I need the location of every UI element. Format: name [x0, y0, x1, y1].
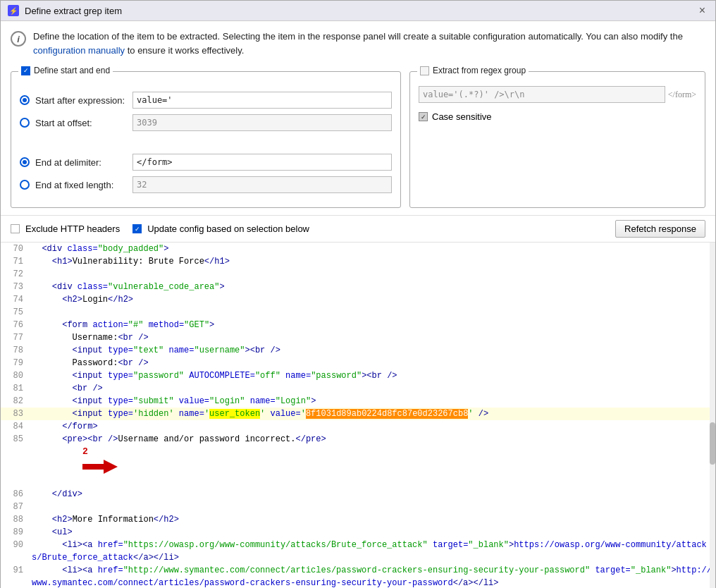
line-content-84: </form>: [29, 420, 715, 433]
code-line-75: 75: [1, 306, 715, 319]
line-content-81: <br />: [29, 382, 715, 395]
end-fixed-radio[interactable]: [20, 180, 30, 190]
code-line-83: 83 <input type='hidden' name='user_token…: [1, 408, 715, 420]
code-line-88: 88 <h2>More Information</h2>: [1, 513, 715, 526]
line-num-81: 81: [1, 382, 29, 395]
code-line-90: 90 <li><a href="https://owasp.org/www-co…: [1, 539, 715, 564]
line-content-82: <input type="submit" value="Login" name=…: [29, 395, 715, 408]
start-after-row: Start after expression:: [20, 92, 392, 109]
line-num-79: 79: [1, 357, 29, 369]
line-num-88: 88: [1, 513, 29, 526]
line-content-71: <h1>Vulnerability: Brute Force</h1>: [29, 255, 715, 268]
code-line-78: 78 <input type="text" name="username"><b…: [1, 344, 715, 357]
code-line-82: 82 <input type="submit" value="Login" na…: [1, 395, 715, 408]
code-line-81: 81 <br />: [1, 382, 715, 395]
dialog-title: Define extract grep item: [25, 6, 691, 16]
bottom-options: Exclude HTTP headers ✓ Update config bas…: [1, 215, 715, 243]
line-num-74: 74: [1, 293, 29, 306]
end-delimiter-input[interactable]: [132, 154, 392, 171]
code-line-79: 79 Password:<br />: [1, 357, 715, 369]
update-config-checkbox[interactable]: ✓: [132, 224, 142, 233]
scrollbar-track: [710, 243, 715, 588]
config-link[interactable]: configuration manually: [33, 45, 125, 56]
code-line-73: 73 <div class="vulnerable_code_area">: [1, 281, 715, 293]
regex-end-label: </form>: [668, 90, 696, 100]
code-line-70: 70 <div class="body_padded">: [1, 243, 715, 255]
line-num-87: 87: [1, 501, 29, 513]
end-delimiter-radio[interactable]: [20, 157, 30, 167]
code-panel[interactable]: 70 <div class="body_padded"> 71 <h1>Vuln…: [1, 243, 715, 588]
code-line-84: 84 </form>: [1, 420, 715, 433]
code-line-87: 87: [1, 501, 715, 513]
code-line-91: 91 <li><a href="http://www.symantec.com/…: [1, 564, 715, 588]
code-line-89: 89 <ul>: [1, 526, 715, 539]
line-content-86: </div>: [29, 488, 715, 501]
info-text: Define the location of the item to be ex…: [33, 30, 705, 57]
code-line-71: 71 <h1>Vulnerability: Brute Force</h1>: [1, 255, 715, 268]
left-fieldset: ✓ Define start and end Start after expre…: [11, 71, 401, 208]
line-num-71: 71: [1, 255, 29, 268]
exclude-http-label: Exclude HTTP headers: [25, 223, 120, 234]
line-num-73: 73: [1, 281, 29, 293]
code-line-85: 85 <pre><br />Username and/or password i…: [1, 433, 715, 488]
line-content-78: <input type="text" name="username"><br /…: [29, 344, 715, 357]
line-num-80: 80: [1, 369, 29, 382]
close-button[interactable]: ×: [696, 5, 708, 16]
line-content-70: <div class="body_padded">: [29, 243, 715, 255]
exclude-http-checkbox[interactable]: [11, 224, 20, 233]
define-start-end-checkbox[interactable]: ✓: [21, 66, 30, 75]
line-content-91: <li><a href="http://www.symantec.com/con…: [29, 564, 715, 588]
info-text-part2: to ensure it works effectively.: [125, 45, 244, 56]
code-line-74: 74 <h2>Login</h2>: [1, 293, 715, 306]
right-legend: Extract from regex group: [417, 66, 529, 75]
config-area: ✓ Define start and end Start after expre…: [1, 66, 715, 215]
left-legend-label: Define start and end: [34, 66, 110, 75]
line-num-90: 90: [1, 539, 29, 551]
case-sensitive-checkbox[interactable]: ✓: [419, 112, 428, 121]
line-num-77: 77: [1, 331, 29, 344]
line-num-91: 91: [1, 564, 29, 577]
end-fixed-row: End at fixed length:: [20, 176, 392, 193]
start-offset-radio[interactable]: [20, 118, 30, 128]
line-num-70: 70: [1, 243, 29, 255]
start-after-label: Start after expression:: [35, 95, 127, 106]
dialog-icon: ⚡: [8, 5, 19, 16]
code-line-77: 77 Username:<br />: [1, 331, 715, 344]
line-num-89: 89: [1, 526, 29, 539]
code-line-80: 80 <input type="password" AUTOCOMPLETE="…: [1, 369, 715, 382]
line-num-82: 82: [1, 395, 29, 408]
info-icon: i: [11, 31, 26, 47]
scrollbar-thumb[interactable]: [710, 422, 715, 465]
line-content-79: Password:<br />: [29, 357, 715, 369]
end-delimiter-label: End at delimiter:: [35, 157, 127, 168]
line-content-83: <input type='hidden' name='user_token' v…: [29, 408, 715, 420]
right-legend-label: Extract from regex group: [433, 66, 526, 75]
line-num-86: 86: [1, 488, 29, 501]
regex-input: [419, 86, 665, 103]
info-text-part1: Define the location of the item to be ex…: [33, 31, 683, 42]
start-after-input[interactable]: [132, 92, 392, 109]
line-content-76: <form action="#" method="GET">: [29, 319, 715, 331]
line-content-85: <pre><br />Username and/or password inco…: [29, 433, 715, 488]
end-delimiter-row: End at delimiter:: [20, 154, 392, 171]
line-content-90: <li><a href="https://owasp.org/www-commu…: [29, 539, 715, 564]
line-content-88: <h2>More Information</h2>: [29, 513, 715, 526]
main-dialog: ⚡ Define extract grep item × i Define th…: [0, 0, 716, 588]
line-num-84: 84: [1, 420, 29, 433]
line-num-72: 72: [1, 268, 29, 281]
update-config-label: Update config based on selection below: [147, 223, 309, 234]
end-fixed-label: End at fixed length:: [35, 180, 127, 190]
start-after-radio[interactable]: [20, 95, 30, 105]
line-num-75: 75: [1, 306, 29, 319]
refetch-button[interactable]: Refetch response: [615, 220, 705, 238]
start-offset-input[interactable]: [132, 114, 392, 131]
line-num-83: 83: [1, 408, 29, 420]
line-num-78: 78: [1, 344, 29, 357]
start-offset-row: Start at offset:: [20, 114, 392, 131]
case-sensitive-row: ✓ Case sensitive: [419, 111, 696, 122]
line-content-74: <h2>Login</h2>: [29, 293, 715, 306]
regex-group-checkbox[interactable]: [420, 66, 429, 75]
line-content-89: <ul>: [29, 526, 715, 539]
line-content-73: <div class="vulnerable_code_area">: [29, 281, 715, 293]
end-fixed-input[interactable]: [132, 176, 392, 193]
